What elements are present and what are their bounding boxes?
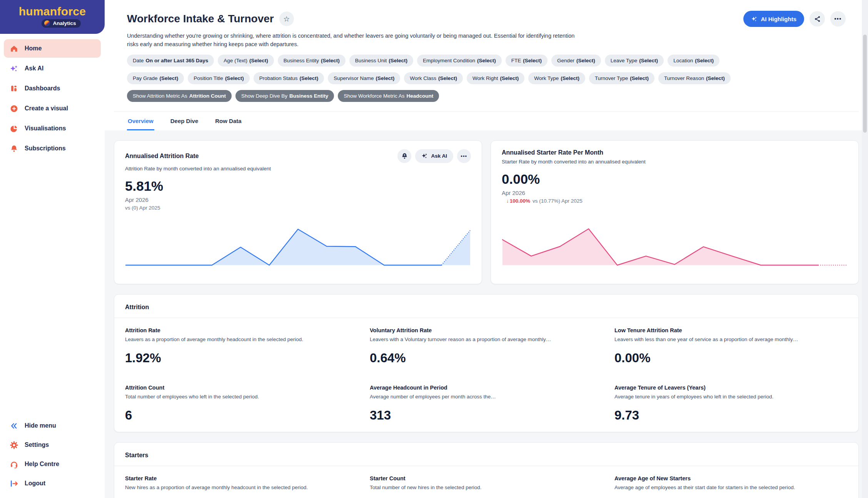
filter-chip-location[interactable]: Location (Select) — [668, 55, 719, 67]
filter-chip-business-unit[interactable]: Business Unit (Select) — [349, 55, 413, 67]
filter-label: Work Right — [472, 75, 498, 81]
filter-chip-work-type[interactable]: Work Type (Select) — [528, 72, 585, 84]
filter-chip-age-text[interactable]: Age (Text) (Select) — [218, 55, 274, 67]
kpi-card-title: Annualised Attrition Rate — [125, 153, 199, 160]
filter-label: Pay Grade — [133, 75, 158, 81]
tab-deep-dive[interactable]: Deep Dive — [170, 112, 199, 130]
gear-icon — [9, 440, 18, 450]
kpi-comparison: vs (0) Apr 2025 — [125, 205, 471, 211]
filter-chip-date[interactable]: Date On or after Last 365 Days — [127, 55, 214, 67]
toggle-value: Headcount — [406, 93, 433, 99]
tab-overview[interactable]: Overview — [127, 112, 154, 130]
filter-chip-leave-type[interactable]: Leave Type (Select) — [605, 55, 664, 67]
toggle-value: Business Entity — [289, 93, 328, 99]
starter-sparkline-chart — [502, 225, 848, 266]
metric-starter-count: Starter Count Total number of new hires … — [370, 475, 603, 498]
metric-value: 9.73 — [614, 408, 848, 423]
sidebar-item-label: Settings — [25, 441, 49, 448]
filter-value: (Select) — [438, 75, 457, 81]
metric-low-tenure-attrition-rate: Low Tenure Attrition Rate Leavers with l… — [614, 327, 848, 365]
display-toggle-show-deep-dive-by[interactable]: Show Deep Dive By Business Entity — [235, 90, 334, 102]
dashboard-icon — [9, 84, 18, 93]
sidebar-item-create-a-visual[interactable]: Create a visual — [4, 99, 101, 118]
filter-chip-fte[interactable]: FTE (Select) — [506, 55, 548, 67]
bell-icon — [9, 144, 18, 153]
filter-chip-probation-status[interactable]: Probation Status (Select) — [254, 72, 324, 84]
filter-chip-position-title[interactable]: Position Title (Select) — [188, 72, 249, 84]
filter-label: Supervisor Name — [334, 75, 374, 81]
sparkle-icon — [751, 16, 758, 22]
ai-highlights-button[interactable]: AI Highlights — [743, 11, 805, 27]
scrollbar-thumb[interactable] — [863, 35, 867, 133]
sidebar-item-visualisations[interactable]: Visualisations — [4, 119, 101, 138]
filter-chip-business-entity[interactable]: Business Entity (Select) — [278, 55, 346, 67]
double-chevron-left-icon — [9, 421, 18, 430]
sparkles-icon — [9, 64, 18, 73]
filter-label: Date — [133, 58, 144, 63]
filter-value: (Select) — [500, 75, 519, 81]
overview-content: Annualised Attrition Rate Ask AI ••• — [105, 130, 868, 498]
sidebar: humanforce Analytics Home Ask AI Dashboa… — [0, 0, 105, 498]
sidebar-item-ask-ai[interactable]: Ask AI — [4, 59, 101, 78]
filter-chip-work-right[interactable]: Work Right (Select) — [467, 72, 524, 84]
metric-attrition-count: Attrition Count Total number of employee… — [125, 385, 358, 423]
change-indicator: ↓ 100.00% — [506, 198, 530, 204]
kpi-value: 0.00% — [502, 172, 848, 187]
attrition-sparkline-chart — [125, 225, 471, 266]
filter-chip-supervisor-name[interactable]: Supervisor Name (Select) — [328, 72, 400, 84]
kpi-comparison: ↓ 100.00% vs (10.77%) Apr 2025 — [506, 198, 848, 204]
alert-bell-button[interactable] — [397, 149, 411, 163]
favourite-star-button[interactable]: ☆ — [279, 12, 294, 26]
filter-label: FTE — [511, 58, 521, 63]
kpi-period: Apr 2026 — [502, 190, 848, 196]
header-more-button[interactable]: ••• — [830, 11, 846, 27]
filter-chip-work-class[interactable]: Work Class (Select) — [404, 72, 463, 84]
filter-value: (Select) — [706, 75, 725, 81]
filter-value: (Select) — [389, 58, 407, 63]
section-title: Starters — [125, 452, 848, 459]
filter-value: (Select) — [561, 75, 579, 81]
card-ask-ai-button[interactable]: Ask AI — [415, 149, 453, 163]
display-toggle-row: Show Attrition Metric As Attrition Count… — [127, 90, 846, 102]
filter-chip-pay-grade[interactable]: Pay Grade (Select) — [127, 72, 184, 84]
page-title: Workforce Intake & Turnover — [127, 13, 274, 25]
sidebar-footer-item-logout[interactable]: Logout — [4, 474, 101, 493]
attrition-metrics-grid: Attrition Rate Leavers as a proportion o… — [125, 318, 848, 423]
tab-label: Deep Dive — [170, 118, 199, 124]
metric-average-tenure-of-leavers-years: Average Tenure of Leavers (Years) Averag… — [614, 385, 848, 423]
card-more-button[interactable]: ••• — [457, 149, 471, 163]
sidebar-item-label: Subscriptions — [25, 145, 66, 152]
sidebar-item-subscriptions[interactable]: Subscriptions — [4, 139, 101, 158]
sidebar-footer-item-hide-menu[interactable]: Hide menu — [4, 416, 101, 435]
filter-value: (Select) — [576, 58, 595, 63]
filter-chip-turnover-type[interactable]: Turnover Type (Select) — [589, 72, 654, 84]
filter-label: Business Entity — [284, 58, 319, 63]
display-toggle-show-attrition-metric-as[interactable]: Show Attrition Metric As Attrition Count — [127, 90, 232, 102]
share-button[interactable] — [810, 11, 825, 27]
filter-value: (Select) — [376, 75, 395, 81]
sidebar-item-label: Ask AI — [25, 65, 43, 72]
sidebar-item-dashboards[interactable]: Dashboards — [4, 79, 101, 98]
filter-value: (Select) — [249, 58, 268, 63]
sidebar-footer-item-help-centre[interactable]: Help Centre — [4, 455, 101, 473]
section-header: Attrition — [114, 304, 858, 318]
sidebar-footer-item-settings[interactable]: Settings — [4, 436, 101, 454]
plus-circle-icon — [9, 104, 18, 113]
metric-name: Average Headcount in Period — [370, 385, 603, 391]
share-icon — [814, 15, 821, 23]
metric-average-age-of-new-starters: Average Age of New Starters Average age … — [614, 475, 848, 498]
tab-row-data[interactable]: Row Data — [214, 112, 242, 130]
page-header: Workforce Intake & Turnover ☆ AI Highlig… — [105, 0, 868, 102]
filter-chip-turnover-reason[interactable]: Turnover Reason (Select) — [658, 72, 731, 84]
star-icon: ☆ — [283, 15, 290, 23]
filter-chip-gender[interactable]: Gender (Select) — [551, 55, 601, 67]
sidebar-item-home[interactable]: Home — [4, 39, 101, 58]
display-toggle-show-workforce-metric-as[interactable]: Show Workforce Metric As Headcount — [338, 90, 439, 102]
down-arrow-icon: ↓ — [506, 198, 509, 204]
filter-chip-employment-condition[interactable]: Employment Condition (Select) — [417, 55, 502, 67]
page-scrollbar[interactable] — [862, 0, 868, 498]
starters-section: Starters Starter Rate New hires as a pro… — [114, 442, 859, 498]
logout-icon — [9, 479, 18, 488]
kpi-card-header: Annualised Starter Rate Per Month — [502, 149, 848, 156]
metric-average-headcount-in-period: Average Headcount in Period Average numb… — [370, 385, 603, 423]
